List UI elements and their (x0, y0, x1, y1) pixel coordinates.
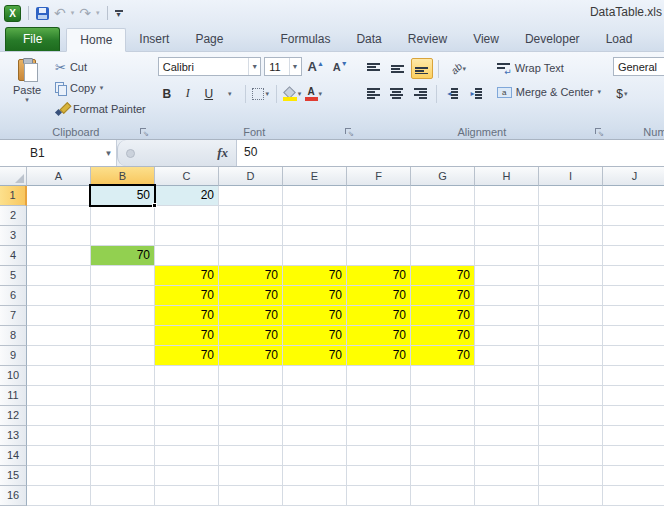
cell-C15[interactable] (155, 466, 219, 486)
decrease-indent-button[interactable]: ◂ (442, 83, 463, 104)
paste-dropdown-icon[interactable]: ▾ (25, 96, 29, 104)
tab-developer[interactable]: Developer (512, 28, 593, 51)
cell-A5[interactable] (27, 266, 91, 286)
align-bottom-button[interactable] (411, 58, 433, 79)
cell-B8[interactable] (91, 326, 155, 346)
cell-H16[interactable] (475, 486, 539, 506)
undo-dropdown-icon[interactable]: ▾ (71, 9, 75, 17)
cell-B10[interactable] (91, 366, 155, 386)
align-right-button[interactable] (410, 83, 431, 104)
cell-I12[interactable] (539, 406, 603, 426)
customize-toolbar-icon[interactable] (115, 10, 123, 17)
cell-F12[interactable] (347, 406, 411, 426)
cell-D8[interactable]: 70 (219, 326, 283, 346)
cell-G1[interactable] (411, 186, 475, 206)
cell-H1[interactable] (475, 186, 539, 206)
cell-F6[interactable]: 70 (347, 286, 411, 306)
cell-D7[interactable]: 70 (219, 306, 283, 326)
bold-button[interactable]: B (158, 84, 176, 103)
cell-J7[interactable] (603, 306, 664, 326)
cell-I14[interactable] (539, 446, 603, 466)
cell-C10[interactable] (155, 366, 219, 386)
cell-G14[interactable] (411, 446, 475, 466)
cell-A7[interactable] (27, 306, 91, 326)
cell-I15[interactable] (539, 466, 603, 486)
formula-input[interactable]: 50 (237, 140, 664, 166)
cell-D12[interactable] (219, 406, 283, 426)
fill-color-button[interactable]: ▾ (283, 84, 302, 103)
copy-button[interactable]: Copy ▾ (51, 78, 150, 98)
cell-H7[interactable] (475, 306, 539, 326)
cell-D13[interactable] (219, 426, 283, 446)
row-header-3[interactable]: 3 (0, 226, 27, 246)
name-box-dropdown-icon[interactable]: ▼ (101, 149, 116, 158)
format-painter-button[interactable]: Format Painter (51, 99, 150, 119)
cell-C14[interactable] (155, 446, 219, 466)
cell-C5[interactable]: 70 (155, 266, 219, 286)
name-box[interactable]: B1 ▼ (0, 140, 117, 166)
formula-bar-grip-icon[interactable] (126, 149, 135, 158)
font-size-combobox[interactable]: 11 ▼ (264, 57, 301, 76)
row-header-15[interactable]: 15 (0, 466, 27, 486)
cell-B13[interactable] (91, 426, 155, 446)
cell-E9[interactable]: 70 (283, 346, 347, 366)
cell-H4[interactable] (475, 246, 539, 266)
grow-font-button[interactable]: A▲ (305, 59, 327, 74)
cell-G7[interactable]: 70 (411, 306, 475, 326)
orientation-button[interactable]: ab▾ (444, 58, 474, 79)
cell-F5[interactable]: 70 (347, 266, 411, 286)
row-header-6[interactable]: 6 (0, 286, 27, 306)
fill-handle[interactable] (152, 203, 157, 208)
cell-C12[interactable] (155, 406, 219, 426)
cell-H15[interactable] (475, 466, 539, 486)
cell-J10[interactable] (603, 366, 664, 386)
cell-J6[interactable] (603, 286, 664, 306)
cell-A14[interactable] (27, 446, 91, 466)
cell-I13[interactable] (539, 426, 603, 446)
column-header-H[interactable]: H (475, 167, 539, 186)
underline-button[interactable]: U (200, 84, 218, 103)
cell-E5[interactable]: 70 (283, 266, 347, 286)
cell-C9[interactable]: 70 (155, 346, 219, 366)
cell-C8[interactable]: 70 (155, 326, 219, 346)
cell-F1[interactable] (347, 186, 411, 206)
alignment-dialog-launcher-icon[interactable] (594, 127, 604, 137)
cell-B14[interactable] (91, 446, 155, 466)
align-middle-button[interactable] (387, 58, 409, 79)
merge-center-button[interactable]: Merge & Center ▾ (493, 82, 605, 102)
align-top-button[interactable] (363, 58, 385, 79)
cell-E2[interactable] (283, 206, 347, 226)
redo-icon[interactable] (79, 7, 91, 19)
save-icon[interactable] (36, 7, 49, 20)
copy-dropdown-icon[interactable]: ▾ (100, 84, 104, 92)
cell-F11[interactable] (347, 386, 411, 406)
cell-B15[interactable] (91, 466, 155, 486)
increase-indent-button[interactable]: ▸ (465, 83, 486, 104)
tab-view[interactable]: View (460, 28, 512, 51)
cell-B12[interactable] (91, 406, 155, 426)
cell-A12[interactable] (27, 406, 91, 426)
chevron-down-icon[interactable]: ▼ (289, 58, 301, 75)
cell-A15[interactable] (27, 466, 91, 486)
tab-formulas[interactable]: Formulas (267, 28, 343, 51)
cell-E15[interactable] (283, 466, 347, 486)
cell-J8[interactable] (603, 326, 664, 346)
wrap-text-button[interactable]: Wrap Text (493, 58, 605, 78)
row-header-4[interactable]: 4 (0, 246, 27, 266)
cell-D15[interactable] (219, 466, 283, 486)
cell-G15[interactable] (411, 466, 475, 486)
cell-C6[interactable]: 70 (155, 286, 219, 306)
cell-E10[interactable] (283, 366, 347, 386)
insert-function-icon[interactable]: fx (217, 145, 228, 161)
cell-A9[interactable] (27, 346, 91, 366)
cell-F3[interactable] (347, 226, 411, 246)
cell-F10[interactable] (347, 366, 411, 386)
cell-G10[interactable] (411, 366, 475, 386)
cell-D14[interactable] (219, 446, 283, 466)
row-header-10[interactable]: 10 (0, 366, 27, 386)
tab-load-test[interactable]: Load Test (593, 28, 664, 51)
column-header-E[interactable]: E (283, 167, 347, 186)
cell-G12[interactable] (411, 406, 475, 426)
cell-I11[interactable] (539, 386, 603, 406)
cell-J12[interactable] (603, 406, 664, 426)
